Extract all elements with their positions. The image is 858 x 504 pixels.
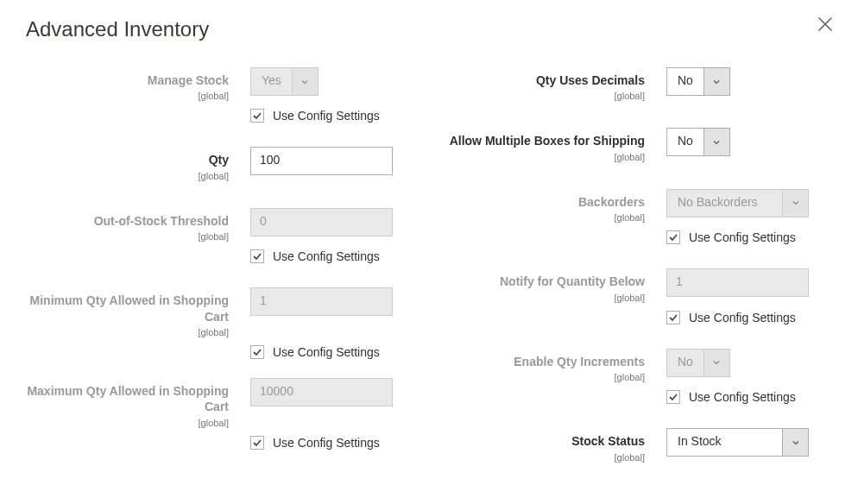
label-qty-increments: Enable Qty Increments — [442, 354, 645, 369]
backorders-select: No Backorders — [666, 189, 809, 217]
scope-label: [global] — [26, 326, 229, 338]
field-out-of-stock-threshold: Out-of-Stock Threshold [global] 0 — [26, 208, 416, 243]
field-qty-decimals: Qty Uses Decimals [global] No — [442, 67, 832, 102]
scope-label: [global] — [442, 90, 645, 102]
qty-increments-select: No — [666, 349, 730, 377]
qty-increments-use-config-row: Use Config Settings — [666, 390, 832, 404]
advanced-inventory-modal: Advanced Inventory Manage Stock [global]… — [0, 0, 858, 481]
stock-status-select[interactable]: In Stock — [666, 428, 809, 457]
scope-label: [global] — [442, 151, 645, 163]
label-notify-below: Notify for Quantity Below — [442, 274, 645, 289]
scope-label: [global] — [442, 211, 645, 224]
field-qty-increments: Enable Qty Increments [global] No — [442, 349, 832, 383]
chevron-down-icon — [703, 68, 729, 95]
use-config-label: Use Config Settings — [273, 249, 380, 263]
qty-increments-use-config-checkbox[interactable] — [666, 390, 680, 404]
scope-label: [global] — [442, 292, 645, 304]
scope-label: [global] — [442, 371, 645, 383]
use-config-label: Use Config Settings — [689, 311, 796, 324]
out-of-stock-threshold-input: 0 — [250, 208, 393, 236]
use-config-label: Use Config Settings — [273, 436, 380, 450]
chevron-down-icon — [703, 129, 729, 155]
chevron-down-icon — [782, 429, 808, 456]
label-qty-decimals: Qty Uses Decimals — [442, 72, 645, 88]
label-max-qty-cart: Maximum Qty Allowed in Shopping Cart — [26, 383, 229, 414]
backorders-use-config-row: Use Config Settings — [666, 230, 832, 244]
field-notify-below: Notify for Quantity Below [global] 1 — [442, 268, 832, 303]
label-qty: Qty — [26, 152, 229, 167]
label-stock-status: Stock Status — [442, 433, 645, 449]
scope-label: [global] — [26, 417, 229, 429]
min-qty-cart-input: 1 — [250, 287, 393, 316]
label-out-of-stock-threshold: Out-of-Stock Threshold — [26, 213, 229, 229]
chevron-down-icon — [782, 190, 808, 217]
use-config-label: Use Config Settings — [273, 109, 380, 123]
field-min-qty-cart: Minimum Qty Allowed in Shopping Cart [gl… — [26, 287, 416, 338]
field-multi-boxes: Allow Multiple Boxes for Shipping [globa… — [442, 128, 832, 162]
close-icon — [817, 16, 834, 33]
multi-boxes-select[interactable]: No — [666, 128, 730, 156]
use-config-label: Use Config Settings — [273, 345, 380, 359]
min-qty-use-config-checkbox[interactable] — [250, 345, 264, 359]
backorders-use-config-checkbox[interactable] — [666, 230, 680, 244]
notify-below-use-config-checkbox[interactable] — [666, 311, 680, 324]
max-qty-cart-input: 10000 — [250, 378, 393, 406]
label-min-qty-cart: Minimum Qty Allowed in Shopping Cart — [26, 293, 229, 324]
qty-input[interactable]: 100 — [250, 147, 393, 175]
field-manage-stock: Manage Stock [global] Yes — [26, 67, 416, 102]
qty-decimals-select[interactable]: No — [666, 67, 730, 96]
manage-stock-use-config-row: Use Config Settings — [250, 109, 416, 123]
field-backorders: Backorders [global] No Backorders — [442, 189, 832, 224]
scope-label: [global] — [26, 230, 229, 243]
label-multi-boxes: Allow Multiple Boxes for Shipping — [442, 133, 645, 148]
label-backorders: Backorders — [442, 194, 645, 210]
chevron-down-icon — [292, 68, 318, 95]
close-button[interactable] — [817, 16, 837, 36]
min-qty-use-config-row: Use Config Settings — [250, 345, 416, 359]
scope-label: [global] — [26, 90, 229, 102]
notify-below-input: 1 — [666, 268, 809, 297]
manage-stock-select: Yes — [250, 67, 319, 96]
oos-threshold-use-config-row: Use Config Settings — [250, 249, 416, 263]
manage-stock-use-config-checkbox[interactable] — [250, 109, 264, 123]
chevron-down-icon — [703, 350, 729, 376]
field-stock-status: Stock Status [global] In Stock — [442, 428, 832, 463]
oos-threshold-use-config-checkbox[interactable] — [250, 249, 264, 263]
right-column: Qty Uses Decimals [global] No Allow Mult… — [442, 67, 832, 463]
modal-title: Advanced Inventory — [26, 17, 832, 41]
label-manage-stock: Manage Stock — [26, 72, 229, 88]
use-config-label: Use Config Settings — [689, 390, 796, 404]
left-column: Manage Stock [global] Yes Use Config Set… — [26, 67, 416, 463]
use-config-label: Use Config Settings — [689, 230, 796, 244]
scope-label: [global] — [26, 170, 229, 182]
field-max-qty-cart: Maximum Qty Allowed in Shopping Cart [gl… — [26, 378, 416, 429]
max-qty-use-config-row: Use Config Settings — [250, 436, 416, 450]
notify-below-use-config-row: Use Config Settings — [666, 311, 832, 324]
field-qty: Qty [global] 100 — [26, 147, 416, 181]
max-qty-use-config-checkbox[interactable] — [250, 436, 264, 450]
scope-label: [global] — [442, 451, 645, 463]
